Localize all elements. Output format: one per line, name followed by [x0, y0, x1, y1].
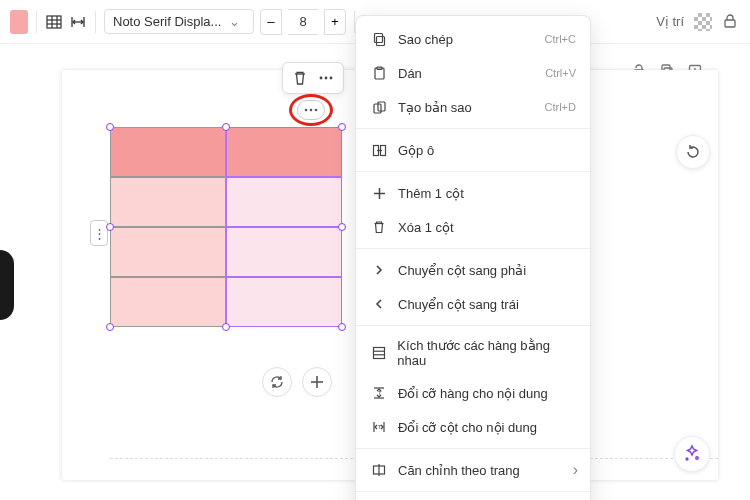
menu-duplicate[interactable]: Tạo bản sao Ctrl+D	[356, 90, 590, 124]
font-family-select[interactable]: Noto Serif Displa... ⌄	[104, 9, 254, 34]
svg-point-23	[696, 457, 698, 459]
table-cell[interactable]	[110, 177, 226, 227]
align-icon	[370, 461, 388, 479]
chevron-down-icon: ⌄	[229, 14, 240, 29]
redo-floating-button[interactable]	[676, 135, 710, 169]
menu-item-label: Đổi cỡ cột cho nội dung	[398, 420, 537, 435]
fit-row-icon: T	[370, 384, 388, 402]
element-floating-toolbar	[282, 62, 344, 94]
merge-icon	[370, 141, 388, 159]
svg-point-17	[330, 77, 333, 80]
fit-col-icon: T	[370, 418, 388, 436]
menu-lock[interactable]: Khóa	[356, 496, 590, 500]
table-cell-selected[interactable]	[226, 127, 342, 177]
rows-equal-icon	[370, 344, 387, 362]
position-button[interactable]: Vị trí	[656, 14, 684, 29]
more-options-button[interactable]	[317, 69, 335, 87]
menu-fit-row-content[interactable]: T Đổi cỡ hàng cho nội dung	[356, 376, 590, 410]
below-table-toolbar	[262, 367, 332, 397]
menu-separator	[356, 171, 590, 172]
menu-item-shortcut: Ctrl+C	[545, 33, 576, 45]
menu-item-label: Xóa 1 cột	[398, 220, 454, 235]
menu-move-column-left[interactable]: Chuyển cột sang trái	[356, 287, 590, 321]
highlight-ellipse	[289, 94, 333, 126]
toolbar-separator	[95, 11, 96, 33]
menu-delete-column[interactable]: Xóa 1 cột	[356, 210, 590, 244]
menu-item-label: Dán	[398, 66, 422, 81]
sync-button[interactable]	[262, 367, 292, 397]
paste-icon	[370, 64, 388, 82]
svg-point-24	[686, 458, 688, 460]
menu-equalize-rows[interactable]: Kích thước các hàng bằng nhau	[356, 330, 590, 376]
font-size-value[interactable]: 8	[288, 9, 318, 35]
fill-color-swatch[interactable]	[10, 10, 28, 34]
menu-item-label: Đổi cỡ hàng cho nội dung	[398, 386, 548, 401]
menu-separator	[356, 248, 590, 249]
chevron-left-icon	[370, 295, 388, 313]
menu-separator	[356, 325, 590, 326]
menu-item-shortcut: Ctrl+D	[545, 101, 576, 113]
svg-rect-26	[374, 33, 382, 42]
menu-item-label: Tạo bản sao	[398, 100, 472, 115]
menu-item-label: Sao chép	[398, 32, 453, 47]
menu-fit-column-content[interactable]: T Đổi cỡ cột cho nội dung	[356, 410, 590, 444]
menu-item-label: Chuyển cột sang phải	[398, 263, 526, 278]
svg-rect-0	[47, 16, 61, 28]
menu-move-column-right[interactable]: Chuyển cột sang phải	[356, 253, 590, 287]
table-row	[110, 127, 342, 177]
table-row	[110, 227, 342, 277]
table-cell[interactable]	[110, 127, 226, 177]
svg-point-16	[325, 77, 328, 80]
menu-paste[interactable]: Dán Ctrl+V	[356, 56, 590, 90]
table-cell[interactable]	[110, 277, 226, 327]
copy-icon	[370, 30, 388, 48]
table-cell[interactable]	[110, 227, 226, 277]
svg-rect-36	[373, 348, 384, 359]
table-cell-selected[interactable]	[226, 277, 342, 327]
menu-item-shortcut: Ctrl+V	[545, 67, 576, 79]
transparency-icon[interactable]	[694, 13, 712, 31]
menu-separator	[356, 128, 590, 129]
row-drag-handle[interactable]	[90, 220, 108, 246]
duplicate-icon	[370, 98, 388, 116]
table-element[interactable]	[110, 127, 342, 327]
svg-text:T: T	[378, 390, 382, 396]
svg-rect-8	[725, 20, 735, 27]
table-cell-selected[interactable]	[226, 227, 342, 277]
font-size-plus-button[interactable]: +	[324, 9, 346, 35]
svg-text:T: T	[378, 424, 382, 430]
menu-item-label: Kích thước các hàng bằng nhau	[397, 338, 576, 368]
delete-button[interactable]	[291, 69, 309, 87]
menu-align-to-page[interactable]: Căn chỉnh theo trang	[356, 453, 590, 487]
menu-item-label: Thêm 1 cột	[398, 186, 464, 201]
toolbar-separator	[36, 11, 37, 33]
lock-icon[interactable]	[722, 13, 740, 31]
menu-separator	[356, 491, 590, 492]
svg-rect-25	[376, 36, 384, 45]
column-context-menu: Sao chép Ctrl+C Dán Ctrl+V Tạo bản sao C…	[355, 15, 591, 500]
side-tab-handle[interactable]	[0, 250, 14, 320]
font-family-label: Noto Serif Displa...	[113, 14, 221, 29]
trash-icon	[370, 218, 388, 236]
column-width-icon[interactable]	[69, 13, 87, 31]
menu-item-label: Gộp ô	[398, 143, 434, 158]
table-row	[110, 277, 342, 327]
plus-icon	[370, 184, 388, 202]
svg-point-15	[320, 77, 323, 80]
menu-add-column[interactable]: Thêm 1 cột	[356, 176, 590, 210]
chevron-right-icon	[370, 261, 388, 279]
menu-item-label: Căn chỉnh theo trang	[398, 463, 520, 478]
menu-copy[interactable]: Sao chép Ctrl+C	[356, 22, 590, 56]
add-button[interactable]	[302, 367, 332, 397]
menu-separator	[356, 448, 590, 449]
font-size-minus-button[interactable]: –	[260, 9, 282, 35]
menu-item-label: Chuyển cột sang trái	[398, 297, 519, 312]
ai-assist-button[interactable]	[674, 436, 710, 472]
menu-merge-cells[interactable]: Gộp ô	[356, 133, 590, 167]
table-row	[110, 177, 342, 227]
table-icon[interactable]	[45, 13, 63, 31]
table-cell-selected[interactable]	[226, 177, 342, 227]
